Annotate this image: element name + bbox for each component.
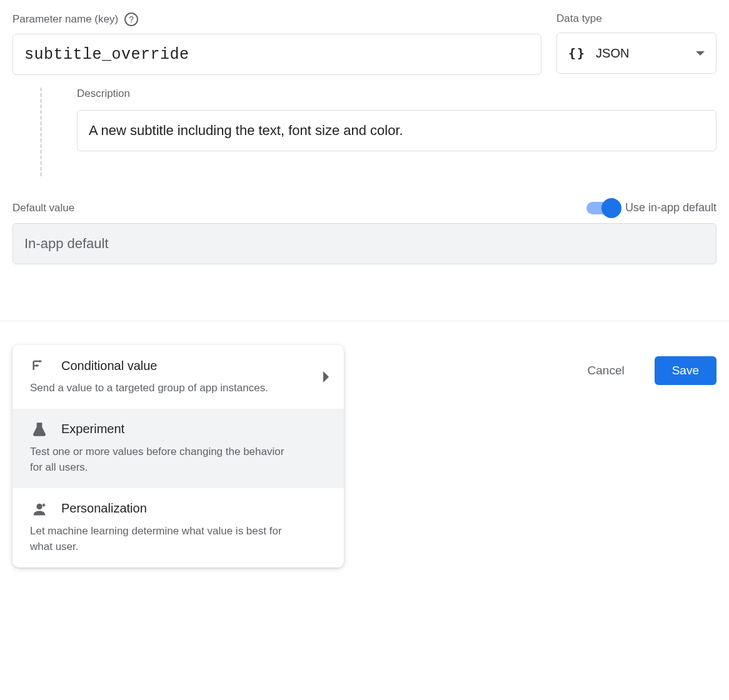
menu-item-experiment[interactable]: Experiment Test one or more values befor…	[13, 409, 344, 488]
parameter-name-label: Parameter name (key) ?	[13, 12, 541, 26]
data-type-select[interactable]: {} JSON	[556, 32, 716, 74]
menu-title: Experiment	[61, 422, 124, 436]
menu-item-conditional-value[interactable]: Conditional value Send a value to a targ…	[13, 345, 344, 409]
json-braces-icon: {}	[568, 46, 586, 61]
cancel-button[interactable]: Cancel	[570, 356, 642, 385]
svg-point-0	[36, 503, 42, 509]
default-value-label: Default value	[13, 202, 74, 214]
menu-description: Test one or more values before changing …	[30, 444, 326, 476]
default-value-input: In-app default	[13, 223, 716, 264]
menu-description: Send a value to a targeted group of app …	[30, 380, 326, 396]
conditional-value-icon	[30, 356, 49, 375]
use-in-app-default-toggle[interactable]	[586, 202, 616, 214]
flask-icon	[30, 420, 49, 439]
personalization-icon	[30, 499, 49, 518]
chevron-down-icon	[696, 51, 705, 56]
section-divider	[0, 321, 729, 321]
add-new-menu: Conditional value Send a value to a targ…	[13, 345, 344, 568]
data-type-value: JSON	[596, 46, 686, 61]
menu-description: Let machine learning determine what valu…	[30, 523, 326, 555]
help-icon[interactable]: ?	[124, 12, 138, 26]
parameter-name-input[interactable]	[13, 34, 541, 75]
data-type-label: Data type	[556, 12, 716, 25]
toggle-label: Use in-app default	[625, 201, 716, 214]
menu-title: Personalization	[61, 501, 147, 516]
chevron-right-icon	[323, 371, 329, 382]
save-button[interactable]: Save	[655, 356, 716, 385]
menu-item-personalization[interactable]: Personalization Let machine learning det…	[13, 488, 344, 568]
description-input[interactable]	[77, 110, 716, 151]
description-label: Description	[77, 88, 716, 100]
menu-title: Conditional value	[61, 359, 157, 373]
